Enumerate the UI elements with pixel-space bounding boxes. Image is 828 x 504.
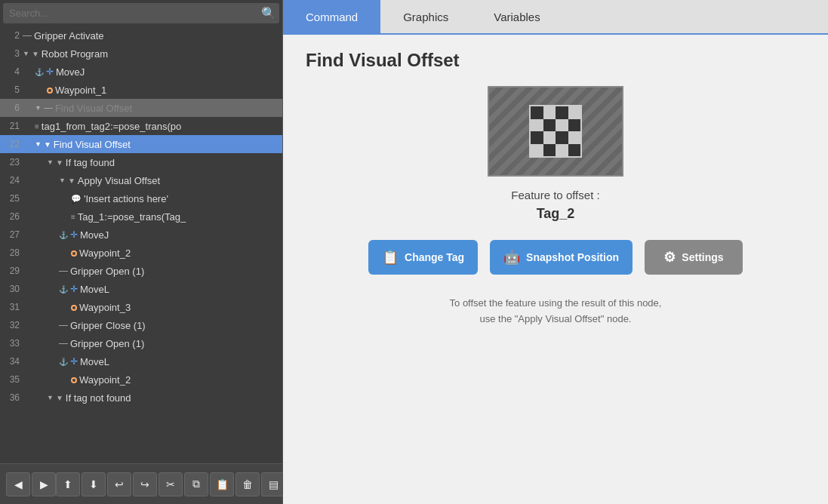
line-number: 29 <box>3 266 20 276</box>
expand-icon[interactable]: ▼ <box>35 140 42 148</box>
settings-button[interactable]: ⚙ Settings <box>645 240 743 275</box>
line-number: 2 <box>3 30 20 41</box>
nav-buttons: ◀ ▶ <box>6 472 56 496</box>
menu-button[interactable]: ▤ <box>261 472 285 496</box>
expand-icon[interactable]: ▼ <box>23 50 29 57</box>
tree-item[interactable]: 32—Gripper Close (1) <box>0 316 282 334</box>
line-number: 22 <box>3 139 20 149</box>
tree-item[interactable]: 4⚓✛MoveJ <box>0 63 282 81</box>
arrow-right-icon: — <box>23 30 32 41</box>
tree-item-label: MoveL <box>80 284 109 295</box>
tree-item-label: Waypoint_2 <box>79 374 131 386</box>
tree-item-label: MoveL <box>80 356 109 367</box>
search-bar: 🔍 <box>3 3 279 23</box>
change-tag-button[interactable]: 📋 Change Tag <box>368 240 478 275</box>
anchor-icon: ⚓ <box>59 358 68 366</box>
tree-item[interactable]: 27⚓✛MoveJ <box>0 226 282 244</box>
tree-item[interactable]: 6▼—Find Visual Offset <box>0 99 282 117</box>
tree-item-label: Gripper Close (1) <box>70 320 146 331</box>
line-number: 21 <box>3 121 20 131</box>
snapshot-position-button[interactable]: 🤖 Snapshot Position <box>490 240 633 275</box>
anchor-icon: ⚓ <box>59 285 68 293</box>
move-icon: ✛ <box>70 284 78 294</box>
undo-button[interactable]: ↩ <box>107 472 131 496</box>
tree-item-label: Waypoint_1 <box>55 85 106 96</box>
feature-value: Tag_2 <box>537 206 575 222</box>
tree-item[interactable]: 29—Gripper Open (1) <box>0 262 282 280</box>
line-number: 30 <box>3 284 20 294</box>
tab-command[interactable]: Command <box>283 0 380 33</box>
redo-button[interactable]: ↪ <box>133 472 157 496</box>
tree-item[interactable]: 23▼▼If tag found <box>0 153 282 171</box>
expand-icon[interactable]: ▼ <box>47 394 54 401</box>
tree-item[interactable]: 22▼▼Find Visual Offset <box>0 135 282 153</box>
line-number: 25 <box>3 193 20 204</box>
dash-icon: — <box>59 320 68 330</box>
line-number: 3 <box>3 48 20 59</box>
line-number: 26 <box>3 211 20 222</box>
tree-item[interactable]: 3▼▼Robot Program <box>0 45 282 63</box>
tree-item-label: Gripper Open (1) <box>70 266 144 277</box>
line-number: 35 <box>3 374 20 385</box>
bottom-toolbar: ◀ ▶ ⬆ ⬇ ↩ ↪ ✂ ⧉ 📋 🗑 ▤ <box>0 463 282 504</box>
tree-item[interactable]: 2—Gripper Activate <box>0 26 282 45</box>
tree-item[interactable]: 26≡Tag_1:=pose_trans(Tag_ <box>0 207 282 226</box>
tree-item[interactable]: 30⚓✛MoveL <box>0 280 282 298</box>
triangle-down-icon: ▼ <box>56 158 63 167</box>
move-icon: ✛ <box>46 66 54 77</box>
tab-graphics[interactable]: Graphics <box>380 0 471 33</box>
tree-item[interactable]: 31Waypoint_3 <box>0 298 282 316</box>
tree-area: 2—Gripper Activate3▼▼Robot Program4⚓✛Mov… <box>0 26 282 463</box>
waypoint-dot-icon <box>47 85 55 96</box>
page-title: Find Visual Offset <box>306 50 460 71</box>
tree-item-label: Waypoint_3 <box>79 302 131 313</box>
search-button[interactable]: 🔍 <box>261 6 276 20</box>
tree-item-label: If tag not found <box>66 392 131 404</box>
nav-right-button[interactable]: ▶ <box>32 472 56 496</box>
line-number: 6 <box>3 103 20 113</box>
cut-button[interactable]: ✂ <box>159 472 183 496</box>
expand-icon[interactable]: ▼ <box>47 158 54 166</box>
settings-icon: ⚙ <box>663 249 676 266</box>
triangle-down-icon: ▼ <box>68 177 75 185</box>
equals-icon: ≡ <box>71 213 75 221</box>
expand-icon[interactable]: ▼ <box>35 104 42 112</box>
anchor-icon: ⚓ <box>35 68 44 76</box>
tab-variables[interactable]: Variables <box>471 0 562 33</box>
tree-item[interactable]: 24▼▼Apply Visual Offset <box>0 171 282 189</box>
tree-item-label: Tag_1:=pose_trans(Tag_ <box>78 211 186 223</box>
tree-item-label: If tag found <box>66 157 115 168</box>
snapshot-label: Snapshot Position <box>526 251 619 263</box>
tree-item[interactable]: 28Waypoint_2 <box>0 244 282 262</box>
tree-item[interactable]: 5Waypoint_1 <box>0 81 282 99</box>
waypoint-dot-icon <box>71 374 79 386</box>
delete-button[interactable]: 🗑 <box>235 472 260 496</box>
line-number: 36 <box>3 392 20 403</box>
feature-label: Feature to offset : <box>511 189 599 201</box>
search-input[interactable] <box>6 5 261 22</box>
tree-item[interactable]: 34⚓✛MoveL <box>0 352 282 370</box>
line-number: 24 <box>3 175 20 186</box>
equals-icon: ≡ <box>35 122 39 131</box>
triangle-down-icon: ▼ <box>44 140 51 149</box>
tree-item[interactable]: 25💬'Insert actions here' <box>0 189 282 207</box>
tree-item[interactable]: 35Waypoint_2 <box>0 370 282 389</box>
dash-icon: — <box>59 266 68 276</box>
tree-item-label: Find Visual Offset <box>55 103 132 114</box>
copy-button[interactable]: ⧉ <box>184 472 208 496</box>
line-number: 34 <box>3 356 20 367</box>
tree-item[interactable]: 33—Gripper Open (1) <box>0 334 282 352</box>
right-panel: Command Graphics Variables Find Visual O… <box>283 0 828 504</box>
triangle-down-icon: ▼ <box>56 394 63 402</box>
move-icon: ✛ <box>70 356 78 367</box>
tree-item-label: Apply Visual Offset <box>78 175 160 186</box>
expand-icon[interactable]: ▼ <box>59 177 66 184</box>
tab-bar: Command Graphics Variables <box>283 0 828 35</box>
paste-button[interactable]: 📋 <box>210 472 234 496</box>
line-number: 31 <box>3 302 20 312</box>
move-up-button[interactable]: ⬆ <box>56 472 80 496</box>
move-down-button[interactable]: ⬇ <box>82 472 106 496</box>
tree-item[interactable]: 21≡tag1_from_tag2:=pose_trans(po <box>0 117 282 135</box>
nav-left-button[interactable]: ◀ <box>6 472 30 496</box>
tree-item[interactable]: 36▼▼If tag not found <box>0 389 282 407</box>
